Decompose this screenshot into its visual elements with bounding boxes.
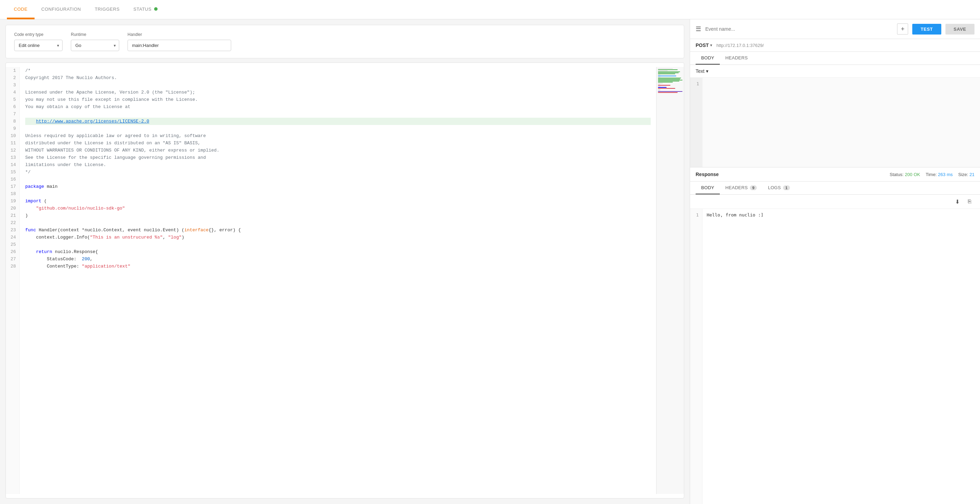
menu-icon[interactable]: ☰ <box>695 25 701 33</box>
tab-code[interactable]: CODE <box>7 0 35 19</box>
response-section: Response Status: 200 OK Time: 263 ms Siz… <box>690 167 980 504</box>
logs-count-badge: 1 <box>783 185 790 190</box>
tab-headers[interactable]: HEADERS <box>720 52 753 65</box>
runtime-select[interactable]: Go <box>71 40 119 51</box>
tab-response-logs[interactable]: LOGS 1 <box>762 182 795 194</box>
code-line: ContentType: "application/text" <box>25 263 651 270</box>
headers-count-badge: 9 <box>750 185 757 190</box>
code-line: import ( <box>25 198 651 205</box>
code-line: Unless required by applicable law or agr… <box>25 132 651 139</box>
resp-content: Hello, from nuclio :] <box>703 209 980 504</box>
response-tabs: BODY HEADERS 9 LOGS 1 <box>690 182 980 195</box>
code-line <box>25 81 651 89</box>
code-line <box>25 241 651 248</box>
response-toolbar: ⬇ ⎘ <box>690 195 980 209</box>
response-header: Response Status: 200 OK Time: 263 ms Siz… <box>690 167 980 182</box>
code-line: distributed under the License is distrib… <box>25 139 651 147</box>
download-icon[interactable]: ⬇ <box>952 197 962 206</box>
tab-response-headers[interactable]: HEADERS 9 <box>720 182 762 194</box>
minimap <box>656 67 684 494</box>
request-tabs: BODY HEADERS <box>690 52 980 65</box>
line-numbers: 12345 678910 1112131415 1617181920 21222… <box>6 67 20 494</box>
body-textarea[interactable] <box>703 78 980 167</box>
code-line: "github.com/nuclio/nuclio-sdk-go" <box>25 205 651 212</box>
copy-icon[interactable]: ⎘ <box>965 197 974 206</box>
status-indicator <box>154 7 158 11</box>
left-panel: Code entry type Edit online Runtime Go H… <box>0 19 690 504</box>
add-event-button[interactable]: + <box>897 24 908 35</box>
code-line <box>25 125 651 132</box>
top-nav: CODE CONFIGURATION TRIGGERS STATUS <box>0 0 980 19</box>
handler-input[interactable] <box>127 40 231 51</box>
config-card: Code entry type Edit online Runtime Go H… <box>6 25 684 58</box>
size-label: Size: 21 <box>958 172 974 177</box>
code-entry-type-field: Code entry type Edit online <box>14 32 62 51</box>
minimap-content <box>657 67 684 94</box>
time-value: 263 ms <box>938 172 953 177</box>
body-line-num: 1 <box>690 78 703 167</box>
event-header: ☰ + TEST SAVE <box>690 19 980 39</box>
main-layout: Code entry type Edit online Runtime Go H… <box>0 19 980 504</box>
body-type-chevron-icon: ▾ <box>706 68 708 74</box>
url-display: http://172.17.0.1:37629/ <box>716 43 974 48</box>
right-panel: ☰ + TEST SAVE POST ▾ http://172.17.0.1:3… <box>690 19 980 504</box>
code-line: limitations under the License. <box>25 161 651 168</box>
runtime-field: Runtime Go <box>71 32 119 51</box>
http-row: POST ▾ http://172.17.0.1:37629/ <box>690 39 980 52</box>
status-value: 200 OK <box>905 172 920 177</box>
body-type-row: Text ▾ <box>690 65 980 78</box>
response-title: Response <box>695 171 719 177</box>
tab-status[interactable]: STATUS <box>126 0 164 19</box>
test-button[interactable]: TEST <box>912 24 941 35</box>
code-line: You may obtain a copy of the License at <box>25 103 651 111</box>
code-entry-type-wrapper[interactable]: Edit online <box>14 40 62 51</box>
code-line <box>25 190 651 198</box>
code-line: StatusCode: 200, <box>25 255 651 263</box>
code-line <box>25 111 651 118</box>
tab-configuration[interactable]: CONFIGURATION <box>35 0 88 19</box>
code-line <box>25 176 651 183</box>
code-entry-type-select[interactable]: Edit online <box>14 40 62 51</box>
runtime-label: Runtime <box>71 32 119 37</box>
code-content[interactable]: 12345 678910 1112131415 1617181920 21222… <box>6 63 684 498</box>
tab-response-body[interactable]: BODY <box>695 182 720 194</box>
config-row: Code entry type Edit online Runtime Go H… <box>14 32 676 51</box>
code-line: http://www.apache.org/licenses/LICENSE-2… <box>25 118 651 125</box>
handler-field: Handler <box>127 32 231 51</box>
http-method: POST <box>695 43 709 48</box>
code-line: Licensed under the Apache License, Versi… <box>25 89 651 96</box>
method-wrapper[interactable]: POST ▾ <box>695 43 712 48</box>
response-body: 1 Hello, from nuclio :] <box>690 209 980 504</box>
code-line: func Handler(context *nuclio.Context, ev… <box>25 227 651 234</box>
code-entry-type-label: Code entry type <box>14 32 62 37</box>
code-line: package main <box>25 183 651 190</box>
request-body: 1 <box>690 78 980 167</box>
tab-triggers[interactable]: TRIGGERS <box>88 0 126 19</box>
body-type-label: Text <box>695 68 705 74</box>
code-line: WITHOUT WARRANTIES OR CONDITIONS OF ANY … <box>25 147 651 154</box>
code-line: return nuclio.Response{ <box>25 248 651 255</box>
tab-body[interactable]: BODY <box>695 52 720 65</box>
code-line: ) <box>25 212 651 219</box>
size-value: 21 <box>970 172 974 177</box>
code-line: you may not use this file except in comp… <box>25 96 651 103</box>
status-label: Status: 200 OK <box>890 172 920 177</box>
runtime-wrapper[interactable]: Go <box>71 40 119 51</box>
code-line: /* <box>25 67 651 74</box>
handler-label: Handler <box>127 32 231 37</box>
code-lines: /* Copyright 2017 The Nuclio Authors. Li… <box>20 67 656 494</box>
code-line: */ <box>25 168 651 176</box>
save-button[interactable]: SAVE <box>945 24 974 35</box>
response-meta: Status: 200 OK Time: 263 ms Size: 21 <box>890 172 974 177</box>
code-line: See the License for the specific languag… <box>25 154 651 161</box>
resp-line-num: 1 <box>690 209 703 504</box>
code-line: Copyright 2017 The Nuclio Authors. <box>25 74 651 81</box>
event-name-input[interactable] <box>705 26 893 32</box>
time-label: Time: 263 ms <box>926 172 953 177</box>
body-type-select[interactable]: Text ▾ <box>695 68 974 74</box>
code-line: context.Logger.Info("This is an unstrucu… <box>25 234 651 241</box>
code-editor: 12345 678910 1112131415 1617181920 21222… <box>6 62 684 498</box>
code-line <box>25 219 651 227</box>
method-chevron-icon[interactable]: ▾ <box>710 43 712 48</box>
